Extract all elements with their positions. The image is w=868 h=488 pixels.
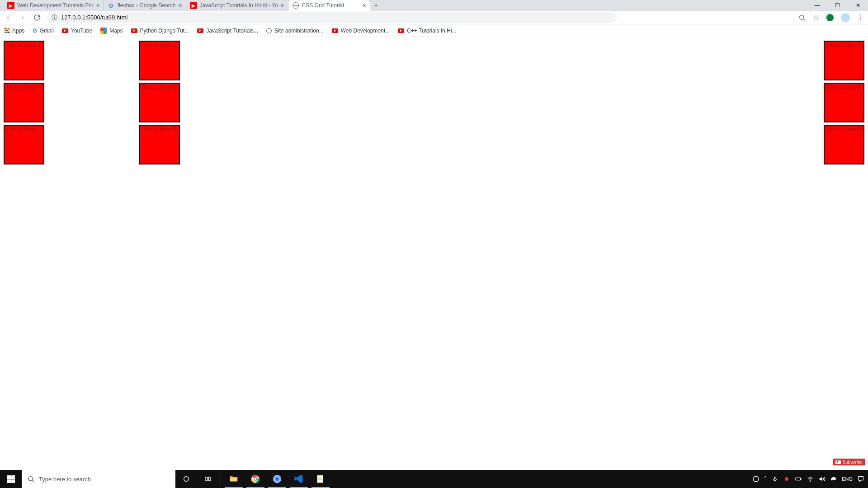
- system-tray: ˄ ENG: [749, 470, 868, 488]
- bookmark-label: JavaScript Tutorials...: [206, 28, 258, 34]
- bookmark-label: Gmail: [40, 28, 54, 34]
- menu-icon[interactable]: ⋮: [857, 13, 864, 22]
- grid-item-2: This is Item-2: [139, 41, 180, 80]
- svg-rect-10: [317, 475, 323, 483]
- tab-strip: ▶ Web Development Tutorials For × G flex…: [0, 0, 868, 11]
- svg-rect-12: [774, 477, 776, 480]
- close-icon[interactable]: ×: [96, 2, 100, 9]
- cortana-button[interactable]: [175, 470, 197, 488]
- bookmark-python-django[interactable]: Python Django Tut...: [131, 28, 189, 34]
- file-explorer-app[interactable]: [223, 470, 245, 488]
- battery-icon[interactable]: [795, 475, 802, 483]
- youtube-icon: ▶: [7, 2, 14, 9]
- toolbar: ⓘ 127.0.0.1:5500/tut39.html ☆ ⋮: [0, 11, 868, 24]
- zoom-icon[interactable]: [798, 14, 806, 21]
- taskbar-search[interactable]: Type here to search: [22, 470, 175, 488]
- start-button[interactable]: [0, 470, 22, 488]
- microphone-icon[interactable]: [771, 475, 778, 483]
- search-placeholder: Type here to search: [39, 476, 91, 483]
- bookmark-label: YouTube: [71, 28, 92, 34]
- grid-item-9: This is Item-9: [824, 125, 864, 164]
- svg-point-2: [184, 477, 189, 482]
- bookmark-maps[interactable]: Maps: [100, 28, 123, 34]
- close-icon[interactable]: ×: [362, 2, 366, 9]
- grid-item-5: This is Item-5: [139, 83, 180, 122]
- globe-icon: [292, 2, 299, 9]
- site-info-icon[interactable]: ⓘ: [52, 14, 57, 22]
- bookmark-label: Apps: [12, 28, 24, 34]
- maps-icon: [100, 28, 107, 34]
- close-icon[interactable]: ×: [280, 2, 284, 9]
- youtube-icon: [332, 28, 338, 33]
- tab-title: Web Development Tutorials For: [17, 2, 94, 9]
- task-view-button[interactable]: [197, 470, 219, 488]
- youtube-icon: [62, 28, 68, 33]
- page-viewport: This is Item-1 This is Item-2 This is It…: [0, 37, 868, 470]
- subscribe-overlay[interactable]: Subscribe: [833, 459, 865, 465]
- onedrive-icon[interactable]: [830, 475, 837, 483]
- youtube-icon: [398, 28, 404, 33]
- svg-point-0: [800, 15, 804, 19]
- bookmarks-bar: Apps G Gmail YouTube Maps Python Django …: [0, 24, 868, 37]
- svg-point-9: [275, 477, 278, 480]
- chrome-app[interactable]: [245, 470, 266, 488]
- tab-title: CSS Grid Tutorial: [302, 2, 360, 9]
- windows-taskbar: Type here to search: [0, 470, 868, 488]
- google-icon: G: [108, 2, 115, 9]
- bookmark-apps[interactable]: Apps: [5, 28, 24, 34]
- minimize-button[interactable]: —: [807, 0, 827, 11]
- youtube-icon: ▶: [190, 2, 197, 9]
- grid-item-4: This is Item-4: [4, 83, 44, 122]
- subscribe-label: Subscribe: [843, 460, 863, 465]
- record-icon[interactable]: [783, 475, 790, 483]
- bookmark-web-dev[interactable]: Web Development...: [332, 28, 390, 34]
- svg-point-13: [785, 477, 788, 481]
- bookmark-label: Python Django Tut...: [140, 28, 189, 34]
- bookmark-label: Site administration...: [274, 28, 324, 34]
- extension-icon[interactable]: [826, 14, 834, 21]
- new-tab-button[interactable]: +: [370, 0, 382, 11]
- bookmark-javascript[interactable]: JavaScript Tutorials...: [197, 28, 258, 34]
- tab-2[interactable]: G flexbox - Google Search ×: [104, 0, 186, 11]
- language-indicator[interactable]: ENG: [842, 476, 853, 482]
- apps-icon: [5, 28, 9, 33]
- tab-3[interactable]: ▶ JavaScript Tutorials In Hindi - Yo ×: [186, 0, 288, 11]
- url-text: 127.0.0.1:5500/tut39.html: [61, 14, 127, 21]
- youtube-icon: [197, 28, 203, 33]
- chrome-window: ▶ Web Development Tutorials For × G flex…: [0, 0, 868, 488]
- close-icon[interactable]: ×: [178, 2, 182, 9]
- wifi-icon[interactable]: [807, 475, 814, 483]
- forward-button[interactable]: [18, 13, 27, 22]
- volume-icon[interactable]: [818, 475, 826, 483]
- bookmark-cpp[interactable]: C++ Tutorials In Hi...: [398, 28, 456, 34]
- profile-avatar[interactable]: [841, 13, 850, 22]
- bookmark-gmail[interactable]: G Gmail: [33, 28, 54, 34]
- task-icons: [175, 470, 331, 488]
- svg-rect-4: [208, 477, 211, 481]
- tab-title: JavaScript Tutorials In Hindi - Yo: [200, 2, 278, 9]
- grid-item-8: This is Item-8: [139, 125, 180, 164]
- bookmark-site-admin[interactable]: Site administration...: [266, 28, 324, 34]
- vscode-app[interactable]: [288, 470, 310, 488]
- address-bar[interactable]: ⓘ 127.0.0.1:5500/tut39.html: [47, 12, 617, 23]
- bookmark-youtube[interactable]: YouTube: [62, 28, 92, 34]
- maximize-button[interactable]: ☐: [827, 0, 848, 11]
- close-window-button[interactable]: ✕: [848, 0, 868, 11]
- meet-now-icon[interactable]: [752, 475, 760, 483]
- reload-button[interactable]: [33, 13, 42, 22]
- action-center-icon[interactable]: [857, 475, 864, 483]
- back-button[interactable]: [4, 13, 13, 22]
- chrome-canary-app[interactable]: [266, 470, 288, 488]
- notepad-app[interactable]: [310, 470, 331, 488]
- grid-item-6: This is Item-6: [824, 83, 864, 122]
- grid-item-7: This is Item-7: [4, 125, 44, 164]
- tab-1[interactable]: ▶ Web Development Tutorials For ×: [4, 0, 104, 11]
- svg-rect-3: [205, 477, 208, 481]
- svg-point-11: [753, 476, 759, 482]
- grid-item-3: This is Item-3: [824, 41, 864, 80]
- windows-icon: [7, 475, 15, 483]
- tray-chevron-icon[interactable]: ˄: [764, 476, 767, 482]
- svg-rect-14: [796, 478, 801, 480]
- bookmark-star-icon[interactable]: ☆: [813, 13, 819, 22]
- tab-4-active[interactable]: CSS Grid Tutorial ×: [288, 0, 370, 11]
